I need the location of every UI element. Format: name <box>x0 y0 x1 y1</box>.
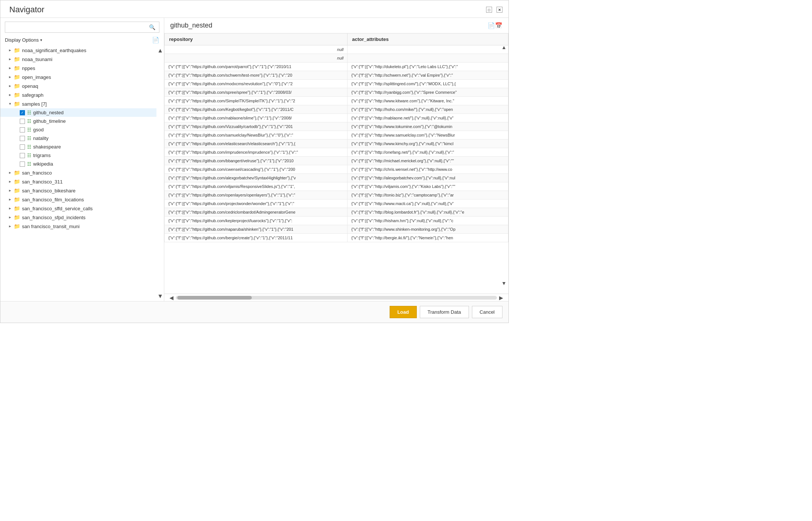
table-row: null <box>165 45 508 54</box>
expand-icon[interactable]: ► <box>6 84 14 88</box>
table-row: {"v":{"f":[{"v":"https://github.com/open… <box>165 191 508 199</box>
checkbox-github-timeline[interactable] <box>20 119 25 124</box>
table-row: {"v":{"f":[{"v":"https://github.com/schw… <box>165 71 508 80</box>
table-cell: {"v":{"f":[{"v":"http://schwern.net"},{"… <box>348 71 508 80</box>
table-cell: null <box>165 54 348 63</box>
tree-item-wikipedia[interactable]: ☷ wikipedia <box>0 160 156 168</box>
tree-item-san-francisco-bikeshare[interactable]: ► 📁 san_francisco_bikeshare <box>0 186 156 195</box>
tree-item-github-timeline[interactable]: ☷ github_timeline <box>0 117 156 125</box>
tree-item-san-francisco-sfpd[interactable]: ► 📁 san_francisco_sfpd_incidents <box>0 213 156 222</box>
table-row: {"v":{"f":[{"v":"https://github.com/berg… <box>165 234 508 242</box>
table-row: {"v":{"f":[{"v":"https://github.com/proj… <box>165 199 508 208</box>
col-header-actor-attributes: actor_attributes <box>348 33 508 45</box>
checkbox-github-nested[interactable]: ✓ <box>20 110 25 115</box>
nav-action-button[interactable]: 📄 <box>152 36 159 44</box>
tree-item-san-francisco-transit[interactable]: ► 📁 san francisco_transit_muni <box>0 222 156 231</box>
tree-item-label: san francisco_transit_muni <box>22 224 80 229</box>
scroll-down-button[interactable]: ▼ <box>157 293 163 300</box>
expand-icon[interactable]: ► <box>6 207 14 210</box>
table-cell: {"v":{"f":[{"v":"http://onefang.net/"},{… <box>348 148 508 157</box>
table-cell: {"v":{"f":[{"v":"https://github.com/proj… <box>165 199 348 208</box>
table-row: {"v":{"f":[{"v":"https://github.com/elas… <box>165 140 508 148</box>
tree-item-label: san_francisco_film_locations <box>22 197 84 202</box>
table-icon: ☷ <box>27 110 31 115</box>
scroll-up-button[interactable]: ▲ <box>157 47 163 54</box>
table-cell: {"v":{"f":[{"v":"http://www.macti.ca"},{… <box>348 199 508 208</box>
checkbox-shakespeare[interactable] <box>20 144 25 150</box>
search-input[interactable] <box>5 22 145 32</box>
table-cell <box>348 54 508 63</box>
table-cell: {"v":{"f":[{"v":"http://viljamis.com"},{… <box>348 182 508 191</box>
tree-item-nppes[interactable]: ► 📁 nppes <box>0 64 156 73</box>
expand-icon[interactable]: ► <box>6 93 14 97</box>
folder-icon: 📁 <box>14 223 20 229</box>
display-options-label: Display Options <box>5 37 39 43</box>
page-title: Navigator <box>9 5 44 15</box>
restore-button[interactable]: □ <box>486 7 492 13</box>
expand-icon[interactable]: ► <box>6 171 14 175</box>
h-scrollbar[interactable] <box>176 296 497 300</box>
tree-item-gsod[interactable]: ☷ gsod <box>0 125 156 134</box>
search-button[interactable]: 🔍 <box>145 22 159 32</box>
tree-item-open-images[interactable]: ► 📁 open_images <box>0 73 156 81</box>
table-row: {"v":{"f":[{"v":"https://github.com/Kegb… <box>165 105 508 114</box>
tree-item-san-francisco-311[interactable]: ► 📁 san_francisco_311 <box>0 177 156 186</box>
folder-icon: 📁 <box>14 214 20 220</box>
table-cell: {"v":{"f":[{"v":"http://nablaone.net/"},… <box>348 114 508 122</box>
tree-item-natality[interactable]: ☷ natality <box>0 134 156 143</box>
table-cell: {"v":{"f":[{"v":"http://michael.merickel… <box>348 157 508 165</box>
table-scroll-down-button[interactable]: ▼ <box>500 280 508 286</box>
h-scroll-right-button[interactable]: ▶ <box>497 295 505 301</box>
expand-icon[interactable]: ► <box>6 198 14 201</box>
checkbox-gsod[interactable] <box>20 127 25 132</box>
tree-item-san-francisco-film[interactable]: ► 📁 san_francisco_film_locations <box>0 195 156 204</box>
load-button[interactable]: Load <box>390 306 417 318</box>
cancel-button[interactable]: Cancel <box>472 306 502 318</box>
table-cell: {"v":{"f":[{"v":"http://splittingred.com… <box>348 80 508 88</box>
expand-icon[interactable]: ► <box>6 224 14 228</box>
tree-item-openaq[interactable]: ► 📁 openaq <box>0 81 156 90</box>
table-icon: ☷ <box>27 119 31 124</box>
display-options-button[interactable]: Display Options ▾ <box>5 37 42 43</box>
tree-item-noaa-sig[interactable]: ► 📁 noaa_significant_earthquakes <box>0 46 156 55</box>
col-header-repository: repository <box>165 33 348 45</box>
tree-item-samples[interactable]: ▼ 📁 samples [7] <box>0 99 156 108</box>
table-cell: {"v":{"f":[{"v":"http://alexgorbatchev.c… <box>348 174 508 182</box>
tree-item-label: san_francisco_bikeshare <box>22 188 76 194</box>
table-icon: ☷ <box>27 136 31 141</box>
table-cell: {"v":{"f":[{"v":"http://www.kimchy.org"}… <box>348 140 508 148</box>
tree-item-san-francisco[interactable]: ► 📁 san_francisco <box>0 168 156 177</box>
checkbox-trigrams[interactable] <box>20 153 25 158</box>
collapse-icon[interactable]: ▼ <box>6 102 14 106</box>
expand-icon[interactable]: ► <box>6 215 14 219</box>
tree-item-noaa-tsunami[interactable]: ► 📁 noaa_tsunami <box>0 55 156 64</box>
preview-action-icon[interactable]: 📄📅 <box>488 22 502 29</box>
expand-icon[interactable]: ► <box>6 57 14 61</box>
checkbox-natality[interactable] <box>20 136 25 141</box>
tree-item-label: openaq <box>22 83 38 89</box>
expand-icon[interactable]: ► <box>6 48 14 52</box>
h-scrollbar-thumb[interactable] <box>177 296 252 300</box>
folder-icon: 📁 <box>14 74 20 80</box>
transform-data-button[interactable]: Transform Data <box>420 306 469 318</box>
tree-item-shakespeare[interactable]: ☷ shakespeare <box>0 143 156 151</box>
table-cell: {"v":{"f":[{"v":"https://github.com/kepl… <box>165 217 348 225</box>
table-row: {"v":{"f":[{"v":"https://github.com/vilj… <box>165 182 508 191</box>
table-cell: {"v":{"f":[{"v":"https://github.com/parr… <box>165 63 348 71</box>
tree-item-trigrams[interactable]: ☷ trigrams <box>0 151 156 160</box>
tree-item-san-francisco-sffd[interactable]: ► 📁 san_francisco_sffd_service_calls <box>0 204 156 213</box>
h-scroll-left-button[interactable]: ◀ <box>167 295 176 301</box>
tree-item-safegraph[interactable]: ► 📁 safegraph <box>0 90 156 99</box>
expand-icon[interactable]: ► <box>6 66 14 70</box>
tree-item-github-nested[interactable]: ✓ ☷ github_nested <box>0 108 156 117</box>
table-cell: {"v":{"f":[{"v":"https://github.com/berg… <box>165 234 348 242</box>
table-cell: {"v":{"f":[{"v":"https://github.com/alex… <box>165 174 348 182</box>
table-row: {"v":{"f":[{"v":"https://github.com/kepl… <box>165 217 508 225</box>
table-cell: {"v":{"f":[{"v":"http://bergie.iki.fi/"}… <box>348 234 508 242</box>
chevron-down-icon: ▾ <box>40 38 42 42</box>
close-button[interactable]: ✕ <box>497 7 502 13</box>
checkbox-wikipedia[interactable] <box>20 162 25 167</box>
expand-icon[interactable]: ► <box>6 189 14 192</box>
expand-icon[interactable]: ► <box>6 180 14 183</box>
expand-icon[interactable]: ► <box>6 75 14 79</box>
